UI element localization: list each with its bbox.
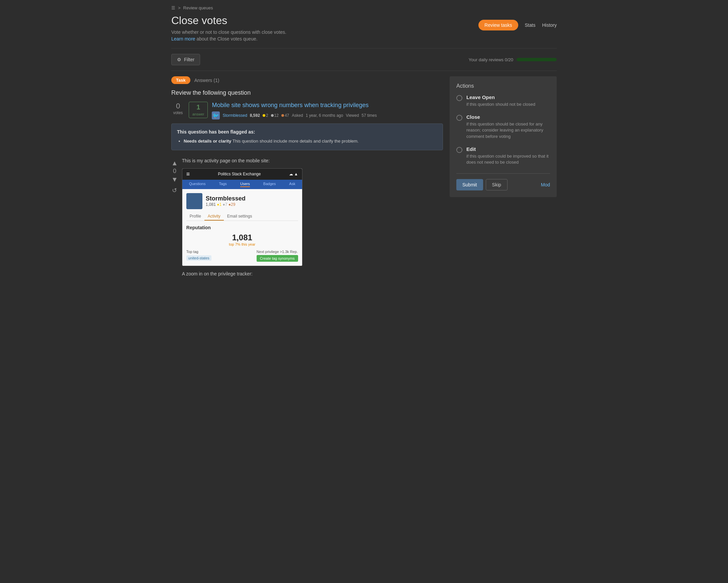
question-content: This is my activity page on the mobile s… xyxy=(182,157,443,278)
bronze-badge: 47 xyxy=(281,113,289,118)
screenshot-tabs: Profile Activity Email settings xyxy=(186,212,298,221)
screenshot-nav-tags: Tags xyxy=(219,182,227,187)
radio-close[interactable] xyxy=(456,115,462,121)
edit-desc: if this question could be improved so th… xyxy=(466,154,549,164)
screenshot-privilege-section: Next privilege >1.3k Rep. Create tag syn… xyxy=(257,250,298,262)
screenshot-tab-activity: Activity xyxy=(204,212,224,221)
submit-button[interactable]: Submit xyxy=(456,179,483,191)
breadcrumb: ☰ > Review queues xyxy=(171,5,557,10)
radio-edit[interactable] xyxy=(456,147,462,153)
header-divider xyxy=(171,48,557,49)
screenshot-avatar xyxy=(186,193,202,209)
question-row: 0 votes 1 answer Mobile site shows wrong… xyxy=(171,102,443,120)
leave-open-label: Leave Open xyxy=(466,94,535,100)
screenshot-rep-sub: top 7% this year xyxy=(186,242,298,246)
screenshot-tab-email: Email settings xyxy=(224,212,256,221)
question-details: Mobile site shows wrong numbers when tra… xyxy=(212,102,377,120)
close-desc: if this question should be closed for an… xyxy=(466,122,543,138)
question-paragraph-2: A zoom in on the privilege tracker: xyxy=(182,270,443,277)
actions-footer: Submit Skip Mod xyxy=(456,173,550,191)
viewed-count: 57 times xyxy=(362,113,377,118)
downvote-button[interactable]: ▼ xyxy=(171,176,178,183)
screenshot-image: ≡ Politics Stack Exchange ☁ ▲ Questions … xyxy=(182,168,303,266)
filter-bar: ⚙ Filter Your daily reviews 0/20 xyxy=(171,54,557,65)
question-meta: 🐦 Stormblessed 8,592 2 12 47 Asked xyxy=(212,111,377,120)
screenshot-tag: united-states xyxy=(186,255,211,261)
screenshot-priv-button[interactable]: Create tag synonyms xyxy=(257,255,298,262)
history-link[interactable]: History xyxy=(542,22,557,28)
action-buttons: Submit Skip xyxy=(456,179,508,191)
radio-leave-open[interactable] xyxy=(456,95,462,101)
flag-title: This question has been flagged as: xyxy=(177,129,437,134)
action-edit: Edit if this question could be improved … xyxy=(456,146,550,165)
mod-button[interactable]: Mod xyxy=(541,182,550,187)
screenshot-nav-questions: Questions xyxy=(189,182,206,187)
flag-item: Needs details or clarity This question s… xyxy=(184,138,437,145)
post-score: 0 xyxy=(173,168,176,175)
close-label: Close xyxy=(466,114,550,120)
screenshot-nav-badges: Badges xyxy=(263,182,276,187)
screenshot-nav-users: Users xyxy=(240,182,250,187)
vote-sidebar: ▲ 0 ▼ ↺ xyxy=(171,157,178,278)
actions-title: Actions xyxy=(456,83,550,89)
screenshot-user: Stormblessed 1,081 ●1 ●7 ●29 xyxy=(186,193,298,209)
task-badge: Task xyxy=(171,76,190,84)
silver-badge: 12 xyxy=(271,113,279,118)
user-link[interactable]: Stormblessed xyxy=(223,113,247,118)
learn-more-link[interactable]: Learn more xyxy=(171,36,196,42)
asked-label: Asked xyxy=(292,113,303,118)
flag-box: This question has been flagged as: Needs… xyxy=(171,124,443,150)
sidebar: Actions Leave Open if this question shou… xyxy=(450,76,557,277)
screenshot-tab-profile: Profile xyxy=(186,212,204,221)
page-description: Vote whether or not to close questions w… xyxy=(171,29,286,35)
screenshot-top-tag-label: Top tag xyxy=(186,250,211,254)
action-leave-open: Leave Open if this question should not b… xyxy=(456,94,550,107)
screenshot-header: ≡ Politics Stack Exchange ☁ ▲ xyxy=(182,169,302,180)
review-tasks-button[interactable]: Review tasks xyxy=(478,20,518,30)
filter-icon: ⚙ xyxy=(177,57,181,62)
filter-label: Filter xyxy=(184,57,194,62)
answer-count-box: 1 answer xyxy=(189,102,208,118)
answers-count[interactable]: Answers (1) xyxy=(194,78,219,83)
action-leave-open-text: Leave Open if this question should not b… xyxy=(466,94,535,107)
action-close: Close if this question should be closed … xyxy=(456,114,550,140)
question-paragraph-1: This is my activity page on the mobile s… xyxy=(182,157,443,164)
breadcrumb-separator: > xyxy=(178,5,181,10)
review-section-title: Review the following question xyxy=(171,90,443,96)
gold-badge: 2 xyxy=(263,113,268,118)
screenshot-rep-number: 1,081 xyxy=(186,233,298,242)
breadcrumb-link[interactable]: Review queues xyxy=(183,5,213,10)
main-content: Task Answers (1) Review the following qu… xyxy=(171,76,443,277)
screenshot-site-name: Politics Stack Exchange xyxy=(218,172,261,176)
main-layout: Task Answers (1) Review the following qu… xyxy=(171,76,557,277)
actions-panel: Actions Leave Open if this question shou… xyxy=(450,76,557,197)
page-title: Close votes xyxy=(171,15,286,27)
screenshot-bottom: Top tag united-states Next privilege >1.… xyxy=(186,250,298,262)
asked-time: 1 year, 6 months ago xyxy=(306,113,343,118)
screenshot-body: Stormblessed 1,081 ●1 ●7 ●29 xyxy=(182,189,302,266)
progress-bar-container xyxy=(517,58,557,61)
daily-reviews: Your daily reviews 0/20 xyxy=(469,57,557,62)
screenshot-nav-ask: Ask xyxy=(289,182,295,187)
action-close-text: Close if this question should be closed … xyxy=(466,114,550,140)
viewed-label: Viewed xyxy=(346,113,359,118)
history-button[interactable]: ↺ xyxy=(172,187,177,194)
stats-link[interactable]: Stats xyxy=(525,22,536,28)
screenshot-tag-section: Top tag united-states xyxy=(186,250,211,261)
action-edit-text: Edit if this question could be improved … xyxy=(466,146,550,165)
leave-open-desc: if this question should not be closed xyxy=(466,102,535,107)
avatar: 🐦 xyxy=(212,111,220,120)
skip-button[interactable]: Skip xyxy=(486,179,508,191)
screenshot-username: Stormblessed xyxy=(206,195,245,202)
upvote-button[interactable]: ▲ xyxy=(171,160,178,166)
content-area: ▲ 0 ▼ ↺ This is my activity page on the … xyxy=(171,157,443,278)
question-title-link[interactable]: Mobile site shows wrong numbers when tra… xyxy=(212,102,377,109)
edit-label: Edit xyxy=(466,146,550,152)
screenshot-nav: Questions Tags Users Badges Ask xyxy=(182,180,302,189)
menu-icon: ☰ xyxy=(171,5,175,10)
content-divider xyxy=(171,71,557,71)
screenshot-reputation-label: Reputation xyxy=(186,225,298,230)
filter-button[interactable]: ⚙ Filter xyxy=(171,54,200,65)
screenshot-user-rep: 1,081 ●1 ●7 ●29 xyxy=(206,202,245,207)
task-header: Task Answers (1) xyxy=(171,76,443,84)
